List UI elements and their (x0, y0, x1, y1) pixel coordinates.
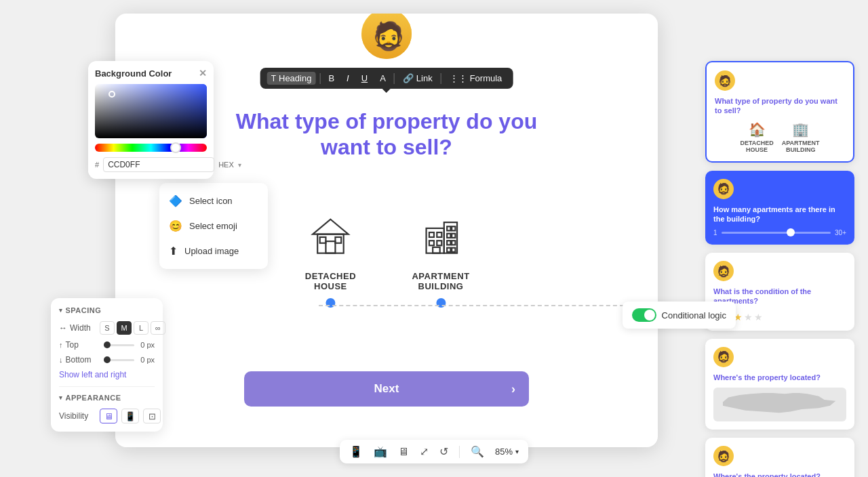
svg-marker-0 (313, 220, 349, 234)
visibility-row: Visibility 🖥 📱 ⊡ (59, 409, 155, 423)
hue-slider[interactable] (95, 144, 207, 152)
preview-house-label: DETACHEDHOUSE (740, 140, 773, 153)
size-infinity-btn[interactable]: ∞ (151, 321, 165, 335)
star-5: ★ (754, 312, 763, 323)
preview-avatar-2: 🧔 (713, 179, 734, 199)
star-4: ★ (744, 312, 753, 323)
emoji-select-icon: 😊 (169, 220, 182, 232)
map-shape (723, 393, 836, 417)
size-m-btn[interactable]: M (117, 321, 132, 335)
refresh-icon[interactable]: ↺ (439, 445, 448, 458)
hex-label: # (95, 161, 99, 169)
svg-rect-12 (452, 226, 455, 230)
appearance-chevron-icon: ▾ (59, 394, 63, 401)
preview-question-4: Where's the property located? (713, 373, 846, 382)
connection-line (319, 305, 624, 306)
conditional-logic-toggle[interactable] (632, 308, 656, 322)
appearance-section: ▾ APPEARANCE Visibility 🖥 📱 ⊡ (59, 386, 155, 423)
preview-question-5: Where's the property located? (713, 472, 846, 477)
visibility-icons: 🖥 📱 ⊡ (100, 409, 161, 423)
color-gradient[interactable] (95, 84, 207, 138)
zoom-dropdown-icon[interactable]: ▾ (515, 448, 519, 455)
upload-image-item[interactable]: ⬆ Upload image (159, 239, 268, 264)
size-s-btn[interactable]: S (100, 321, 115, 335)
width-label: ↔ Width (59, 323, 100, 333)
toolbar-divider (459, 446, 460, 458)
hex-format[interactable]: HEX (218, 161, 234, 169)
toolbar-heading[interactable]: T Heading (267, 72, 316, 85)
toolbar-color[interactable]: A (376, 72, 390, 85)
toolbar-divider-3 (441, 73, 441, 84)
conditional-logic-label: Conditional logic (662, 310, 726, 320)
hex-dropdown-icon[interactable]: ▾ (238, 161, 241, 169)
text-toolbar: T Heading B I U A 🔗 Link ⋮⋮ Formula (260, 68, 513, 89)
question-heading[interactable]: What type of property do you want to sel… (217, 108, 556, 161)
size-buttons: S M L ∞ (100, 321, 165, 335)
zoom-display: 85% ▾ (495, 447, 519, 457)
preview-mini-thumb (787, 228, 795, 236)
preview-avatar-3: 🧔 (713, 261, 734, 281)
spacing-chevron-icon: ▾ (59, 307, 63, 314)
toolbar-link[interactable]: 🔗 Link (399, 72, 437, 85)
bottom-spacing-row: ↓ Bottom 0 px (59, 355, 155, 365)
svg-rect-13 (447, 234, 450, 238)
avatar-face: 🧔 (361, 14, 414, 61)
preview-map-1 (713, 388, 846, 421)
svg-rect-7 (429, 232, 433, 237)
bottom-slider-thumb (104, 356, 111, 363)
top-slider[interactable] (104, 344, 134, 346)
select-emoji-item[interactable]: 😊 Select emoji (159, 213, 268, 239)
house-icon (303, 210, 357, 264)
preview-slider-row: 1 30+ (713, 229, 846, 236)
expand-icon[interactable]: ⤢ (420, 445, 429, 458)
preview-card-5-inner: 🧔 Where's the property located? (705, 438, 854, 477)
preview-building-icon: 🏢 (792, 121, 809, 138)
toolbar-bold[interactable]: B (324, 72, 338, 85)
other-visibility-icon[interactable]: ⊡ (143, 409, 161, 423)
select-icon-item[interactable]: 🔷 Select icon (159, 188, 268, 213)
color-picker-close[interactable]: ✕ (199, 68, 207, 79)
top-slider-row: 0 px (104, 341, 155, 349)
svg-rect-10 (437, 241, 441, 245)
svg-rect-14 (452, 234, 455, 238)
width-row: ↔ Width S M L ∞ (59, 321, 155, 335)
svg-rect-18 (452, 248, 455, 252)
toolbar-underline[interactable]: U (357, 72, 372, 85)
gradient-cursor (108, 91, 115, 98)
preview-range-max: 30+ (835, 229, 846, 236)
mobile-visibility-icon[interactable]: 📱 (121, 409, 139, 423)
option-apartment-building[interactable]: APARTMENTBUILDING (412, 210, 469, 308)
preview-range-min: 1 (713, 229, 717, 236)
preview-card-2[interactable]: 🧔 How many apartments are there in the b… (705, 171, 854, 245)
bottom-value: 0 px (138, 356, 155, 364)
visibility-label: Visibility (59, 411, 100, 421)
preview-card-1[interactable]: 🧔 What type of property do you want to s… (705, 61, 854, 163)
desktop-visibility-icon[interactable]: 🖥 (100, 409, 117, 423)
svg-rect-11 (447, 226, 450, 230)
next-button[interactable]: Next › (244, 371, 529, 407)
bottom-slider-row: 0 px (104, 356, 155, 364)
toolbar-italic[interactable]: I (342, 72, 353, 85)
preview-card-5[interactable]: 🧔 Where's the property located? (705, 438, 854, 477)
hex-row: # HEX ▾ (95, 157, 207, 172)
preview-question-2: How many apartments are there in the bui… (713, 205, 846, 224)
spacing-section-title: ▾ SPACING (59, 306, 155, 314)
option-detached-house[interactable]: DETACHEDHOUSE (303, 210, 357, 308)
hex-input[interactable] (103, 157, 214, 172)
svg-rect-17 (447, 248, 450, 252)
show-left-right-link[interactable]: Show left and right (59, 370, 155, 379)
size-l-btn[interactable]: L (134, 321, 149, 335)
preview-mini-slider (722, 232, 831, 234)
right-panel: 🧔 What type of property do you want to s… (705, 61, 854, 477)
bottom-slider[interactable] (104, 359, 134, 361)
search-icon[interactable]: 🔍 (471, 445, 484, 458)
zoom-level: 85% (495, 447, 513, 457)
tablet-preview-icon[interactable]: 📺 (374, 445, 387, 458)
preview-options-row: 🏠 DETACHEDHOUSE 🏢 APARTMENTBUILDING (715, 121, 845, 153)
mobile-preview-icon[interactable]: 📱 (349, 445, 363, 458)
toolbar-formula[interactable]: ⋮⋮ Formula (446, 72, 507, 85)
upload-image-icon: ⬆ (169, 245, 178, 257)
desktop-preview-icon[interactable]: 🖥 (398, 446, 409, 458)
preview-card-4[interactable]: 🧔 Where's the property located? (705, 339, 854, 430)
option1-label: DETACHEDHOUSE (305, 271, 356, 291)
